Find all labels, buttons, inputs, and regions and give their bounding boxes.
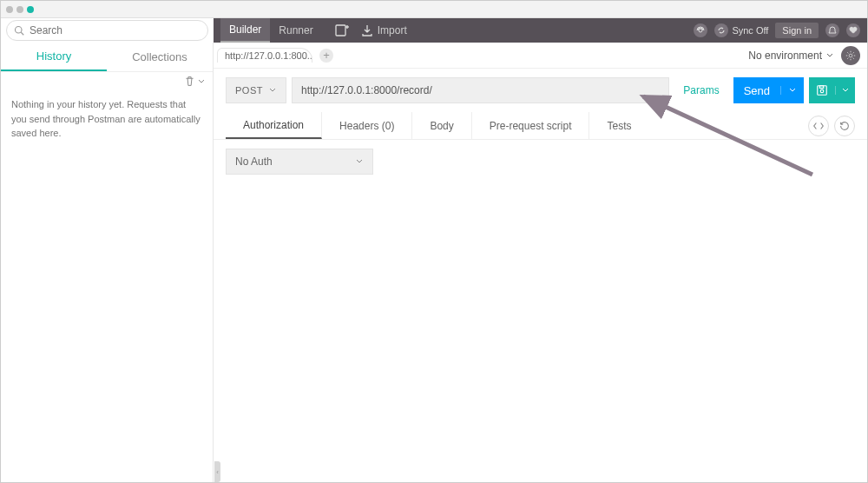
window-max-dot[interactable] bbox=[27, 6, 34, 13]
heart-icon[interactable] bbox=[846, 23, 860, 37]
window-min-dot[interactable] bbox=[16, 6, 23, 13]
svg-point-8 bbox=[820, 89, 824, 93]
environment-settings-button[interactable] bbox=[841, 46, 860, 65]
sidebar-tab-history[interactable]: History bbox=[1, 43, 107, 71]
subtab-tests[interactable]: Tests bbox=[589, 112, 648, 139]
sidebar-tab-collections[interactable]: Collections bbox=[107, 43, 213, 71]
svg-point-0 bbox=[16, 27, 23, 34]
tab-builder[interactable]: Builder bbox=[220, 18, 270, 43]
chevron-down-icon bbox=[825, 51, 834, 60]
sidebar: History Collections Nothing in your hist… bbox=[1, 43, 214, 483]
sync-label: Sync Off bbox=[732, 25, 768, 36]
main-panel: http://127.0.0.1:800... + No environment… bbox=[214, 43, 867, 483]
subtab-authorization[interactable]: Authorization bbox=[226, 112, 322, 139]
chevron-down-icon bbox=[197, 77, 206, 86]
import-label: Import bbox=[378, 24, 407, 36]
chevron-down-icon bbox=[268, 86, 277, 95]
send-button[interactable]: Send bbox=[733, 77, 804, 103]
reset-button[interactable] bbox=[834, 116, 855, 136]
send-dropdown[interactable] bbox=[780, 86, 804, 95]
http-method-selector[interactable]: POST bbox=[226, 77, 286, 103]
top-toolbar: Builder Runner Import Sync Off Sign in bbox=[214, 18, 867, 43]
tab-runner[interactable]: Runner bbox=[270, 18, 321, 43]
window-titlebar bbox=[1, 1, 867, 18]
save-dropdown[interactable] bbox=[835, 86, 855, 95]
save-icon bbox=[809, 84, 835, 96]
satellite-icon[interactable] bbox=[694, 23, 707, 37]
history-empty-message: Nothing in your history yet. Requests th… bbox=[1, 90, 213, 148]
request-tab[interactable]: http://127.0.0.1:800... bbox=[217, 48, 312, 63]
send-label: Send bbox=[733, 84, 780, 97]
svg-line-1 bbox=[21, 32, 23, 35]
sidebar-resize-handle[interactable]: ‹ bbox=[214, 461, 220, 482]
svg-rect-9 bbox=[819, 86, 823, 89]
svg-rect-2 bbox=[336, 25, 345, 36]
chevron-down-icon bbox=[355, 157, 364, 166]
import-button[interactable]: Import bbox=[355, 23, 412, 37]
subtab-prerequest[interactable]: Pre-request script bbox=[472, 112, 590, 139]
url-input[interactable] bbox=[292, 77, 669, 103]
code-view-button[interactable] bbox=[808, 116, 829, 136]
auth-type-label: No Auth bbox=[235, 155, 273, 168]
add-request-tab[interactable]: + bbox=[319, 49, 333, 63]
search-container bbox=[1, 18, 214, 43]
environment-selector[interactable]: No environment bbox=[748, 50, 834, 62]
save-button[interactable] bbox=[809, 77, 855, 103]
svg-rect-7 bbox=[818, 86, 827, 96]
new-tab-button[interactable] bbox=[329, 23, 355, 38]
svg-point-6 bbox=[849, 54, 852, 57]
params-button[interactable]: Params bbox=[674, 84, 727, 96]
subtab-body[interactable]: Body bbox=[412, 112, 471, 139]
auth-type-selector[interactable]: No Auth bbox=[226, 149, 373, 175]
http-method-label: POST bbox=[235, 85, 263, 96]
search-icon bbox=[14, 25, 24, 36]
sync-button[interactable]: Sync Off bbox=[714, 23, 768, 37]
environment-label: No environment bbox=[748, 50, 822, 62]
trash-icon bbox=[184, 76, 195, 87]
window-close-dot[interactable] bbox=[6, 6, 13, 13]
search-input[interactable] bbox=[30, 24, 201, 36]
signin-button[interactable]: Sign in bbox=[775, 23, 819, 38]
clear-history-button[interactable] bbox=[184, 76, 206, 87]
sync-icon bbox=[714, 23, 728, 37]
svg-point-5 bbox=[699, 29, 702, 32]
search-box[interactable] bbox=[6, 20, 208, 41]
subtab-headers[interactable]: Headers (0) bbox=[322, 112, 412, 139]
notifications-icon[interactable] bbox=[825, 23, 839, 37]
